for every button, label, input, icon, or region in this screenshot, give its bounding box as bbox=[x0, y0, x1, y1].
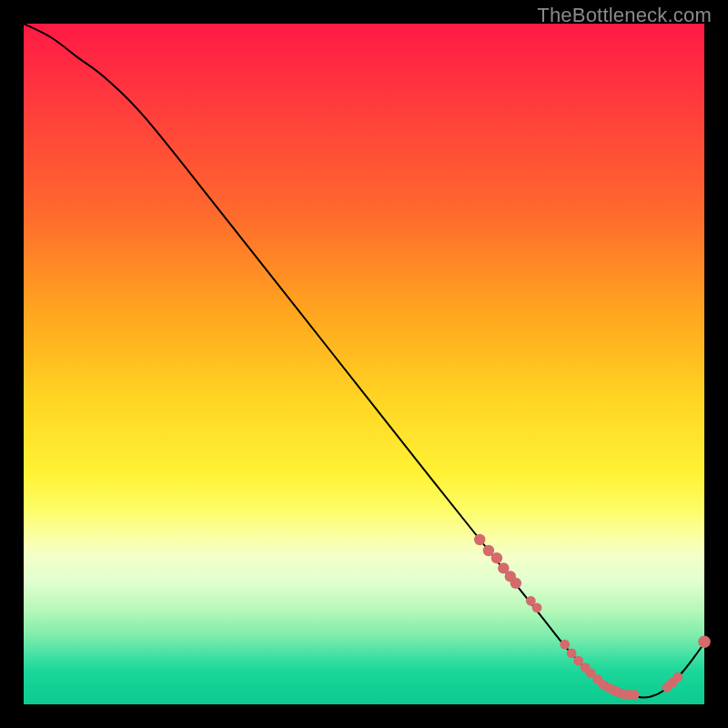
highlight-dot bbox=[491, 552, 502, 563]
highlight-dot bbox=[672, 672, 682, 682]
bottleneck-curve bbox=[24, 24, 704, 698]
plot-area bbox=[24, 24, 704, 704]
chart-svg bbox=[24, 24, 704, 704]
highlight-dot bbox=[511, 578, 521, 589]
watermark-text: TheBottleneck.com bbox=[537, 4, 712, 27]
highlight-dot bbox=[532, 602, 542, 612]
highlight-dot bbox=[560, 640, 570, 650]
highlight-dot bbox=[630, 690, 640, 700]
highlight-dot bbox=[567, 649, 577, 659]
highlight-dot bbox=[698, 635, 711, 648]
chart-stage: TheBottleneck.com bbox=[0, 0, 728, 728]
highlight-dots bbox=[474, 534, 711, 700]
highlight-dot bbox=[474, 534, 485, 545]
